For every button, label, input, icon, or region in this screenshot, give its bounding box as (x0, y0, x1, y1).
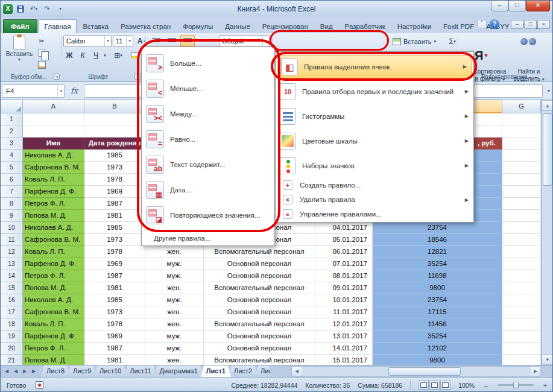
cell-empty[interactable] (502, 150, 541, 162)
formula-bar-expand-icon[interactable]: ▾ (545, 88, 552, 93)
cell-date[interactable]: 12.01.2017 (315, 318, 373, 330)
cell-year[interactable]: 1981 (84, 282, 145, 294)
cell-name[interactable]: Парфенов Д. Ф. (23, 330, 84, 343)
cell-year[interactable]: 1978 (84, 174, 145, 186)
row-header[interactable]: 20 (1, 343, 23, 355)
cell-empty[interactable] (502, 198, 541, 210)
cell-name[interactable]: Попова М. Д. (23, 282, 84, 294)
cell-empty[interactable] (502, 210, 541, 222)
cell-empty[interactable] (502, 246, 541, 258)
cell-year[interactable]: 1981 (84, 210, 145, 222)
cell-date[interactable]: 09.01.2017 (315, 282, 373, 294)
cell-salary[interactable]: 11456 (373, 318, 502, 330)
zoom-in-button[interactable]: + (542, 382, 549, 389)
column-header[interactable]: A (23, 100, 84, 113)
scroll-left-button[interactable]: ◀ (292, 367, 302, 376)
cell-name[interactable]: Сафронова В. М. (23, 306, 84, 318)
cell-gender[interactable]: жен. (145, 355, 204, 365)
cell-year[interactable]: 1987 (84, 198, 145, 210)
copy-button[interactable] (36, 48, 48, 58)
paste-button[interactable]: Вставить ▾ (5, 36, 33, 62)
cell-name[interactable]: Сафронова В. М. (23, 162, 84, 174)
zoom-slider-thumb[interactable] (513, 382, 519, 388)
menu-item[interactable]: Больше... (142, 51, 274, 76)
ribbon-tab[interactable]: Разработчик (339, 19, 391, 33)
clipboard-dialog-launcher[interactable]: ↘ (54, 74, 60, 80)
cell-name[interactable]: Николаев А. Д. (23, 150, 84, 162)
cell-empty[interactable] (502, 186, 541, 198)
cell-year[interactable]: 1985 (84, 294, 145, 306)
cell-empty[interactable] (502, 234, 541, 246)
vertical-scroll-thumb[interactable] (543, 113, 552, 186)
menu-item[interactable]: Равно... (142, 127, 274, 152)
cell-name[interactable]: Коваль Л. П. (23, 318, 84, 330)
cell-salary[interactable]: 9800 (373, 282, 502, 294)
zoom-out-button[interactable]: – (482, 382, 490, 389)
row-header[interactable]: 13 (1, 258, 23, 270)
cell-empty[interactable] (502, 355, 541, 365)
cell-year[interactable]: 1969 (84, 186, 145, 198)
sheet-tab[interactable]: Лист8 (41, 365, 70, 377)
cell-position[interactable]: Вспомогательный персонал (204, 282, 315, 294)
cell-date[interactable]: 04.01.2017 (315, 222, 373, 234)
cell-name[interactable]: Попова М. Д. (23, 355, 84, 365)
first-sheet-button[interactable]: ◀ (3, 368, 10, 374)
menu-item[interactable]: Между... (142, 101, 274, 127)
menu-item[interactable]: Гистограммы ▶ (276, 104, 473, 128)
menu-item[interactable]: Цветовые шкалы ▶ (276, 128, 473, 153)
horizontal-scroll-thumb[interactable] (388, 367, 461, 376)
cell-gender[interactable]: муж. (145, 343, 204, 355)
vertical-scrollbar[interactable]: ▲ ▼ (541, 100, 553, 365)
sheet-tab[interactable]: Лист11 (124, 365, 156, 377)
cell-gender[interactable]: муж. (145, 270, 204, 282)
underline-caret-icon[interactable]: ▾ (102, 49, 108, 62)
cell-year[interactable]: 1973 (84, 234, 145, 246)
row-header[interactable]: 9 (1, 210, 23, 222)
menu-item[interactable]: Меньше... (142, 76, 274, 101)
cell-position[interactable]: Вспомогательный персонал (204, 246, 315, 258)
cell-salary[interactable]: 23754 (373, 294, 502, 306)
menu-item[interactable]: Правила выделения ячеек ▶ (277, 55, 472, 78)
italic-button[interactable]: К (77, 49, 89, 62)
ribbon-tab[interactable]: Главная (39, 19, 77, 33)
row-header[interactable]: 6 (1, 174, 23, 186)
cell-gender[interactable]: жен. (145, 306, 204, 318)
cell-empty[interactable] (502, 222, 541, 234)
ribbon-tab[interactable]: Foxit PDF (437, 19, 480, 33)
help-button[interactable]: ? (490, 19, 499, 29)
cell-salary[interactable]: 12821 (373, 246, 502, 258)
cell-position[interactable]: Основной персонал (204, 330, 315, 343)
column-header[interactable]: B (84, 100, 145, 113)
close-button[interactable]: × (526, 1, 550, 11)
ribbon-tab[interactable]: Разметка стран (115, 19, 177, 33)
row-header[interactable]: 12 (1, 246, 23, 258)
cell-year[interactable]: 1985 (84, 222, 145, 234)
font-name-combo[interactable]: Calibri ▾ (63, 35, 112, 47)
menu-item[interactable]: Дата... (142, 177, 274, 203)
cell-gender[interactable]: жен. (145, 246, 204, 258)
cell-empty[interactable] (502, 318, 541, 330)
cell-gender[interactable]: муж. (145, 258, 204, 270)
autosum-button[interactable]: Σ ▾ (442, 35, 463, 48)
cell-year[interactable]: 1981 (84, 355, 145, 365)
cell-gender[interactable]: муж. (145, 330, 204, 343)
collapse-ribbon-button[interactable]: ˆ (477, 20, 487, 28)
maximize-button[interactable]: □ (508, 1, 526, 11)
align-bottom-button[interactable] (180, 35, 195, 46)
cell-year[interactable]: 1985 (84, 150, 145, 162)
row-header[interactable]: 3 (1, 138, 23, 150)
insert-function-button[interactable]: fx (67, 86, 81, 95)
cell-name[interactable]: Петров Ф. Л. (23, 343, 84, 355)
horizontal-scrollbar[interactable]: ◀ ▶ (291, 366, 541, 377)
cell-salary[interactable]: 18546 (373, 234, 502, 246)
cell-salary[interactable]: 9800 (373, 355, 502, 365)
scroll-up-button[interactable]: ▲ (542, 100, 553, 111)
cell-position[interactable]: Вспомогательный персонал (204, 355, 315, 365)
sheet-tab[interactable]: Лис (255, 365, 272, 377)
cell-name[interactable]: Сафронова В. М. (23, 234, 84, 246)
cell-name[interactable]: Попова М. Д. (23, 210, 84, 222)
borders-button[interactable]: ⊞▾ (110, 49, 126, 62)
cell-name[interactable]: Коваль Л. П. (23, 174, 84, 186)
name-box[interactable]: F4 ▾ (2, 84, 65, 98)
cell-gender[interactable]: жен. (145, 318, 204, 330)
